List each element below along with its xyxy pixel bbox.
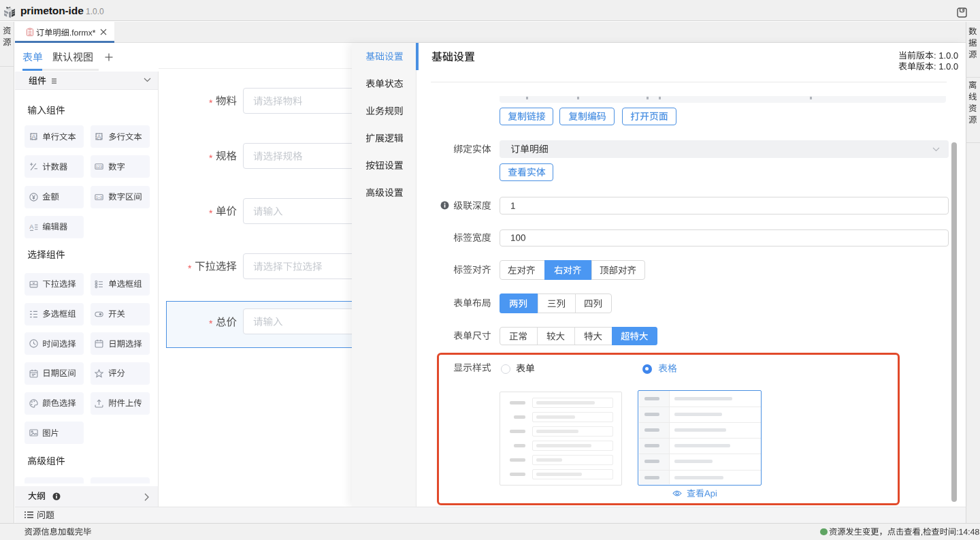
svg-text:123: 123 xyxy=(96,165,102,169)
svg-text:1~3: 1~3 xyxy=(96,195,102,199)
svg-text:A: A xyxy=(29,223,34,230)
